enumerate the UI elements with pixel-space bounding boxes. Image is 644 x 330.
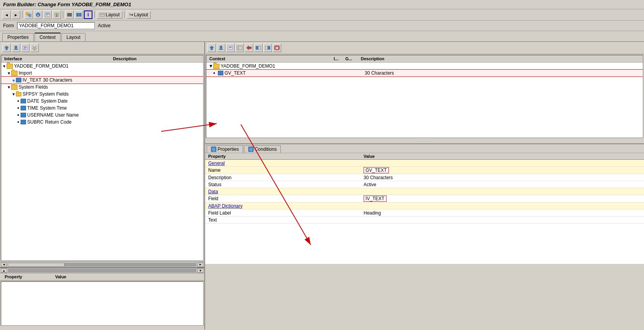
sep1 <box>22 11 23 18</box>
ctx-bullet-gv: • <box>213 70 218 76</box>
ctx-header-context: Context <box>208 56 332 61</box>
left-tb-1[interactable] <box>2 44 11 52</box>
properties-table: Property Value General Name <box>205 153 644 264</box>
toolbar-icon-4[interactable] <box>52 10 61 19</box>
field-icon-username <box>21 113 26 117</box>
props-tab-icon: Q <box>211 147 216 152</box>
tree-row-sfpsy[interactable]: ▼ SFPSY System Fields <box>1 91 203 98</box>
tree-content[interactable]: ▼ YADOBE_FORM_DEMO1 ▼ Import <box>1 63 203 258</box>
props-cell-status-value: Active <box>364 182 641 187</box>
tree-row-sysfields[interactable]: ▼ System Fields <box>1 84 203 91</box>
tab-properties[interactable]: Properties <box>2 33 34 41</box>
tree-row-time[interactable]: • TIME System Time <box>1 105 203 112</box>
props-table-header: Property Value <box>205 153 644 160</box>
scroll-up[interactable]: ▲ <box>1 268 7 273</box>
tab-context[interactable]: Context <box>35 33 61 41</box>
bullet-iv-text: ■ <box>11 78 16 82</box>
tree-row-import[interactable]: ▼ Import <box>1 70 203 77</box>
bottom-left-header: Property Value <box>0 273 204 281</box>
left-scroll[interactable]: ◄ ► <box>0 262 204 267</box>
sep4 <box>124 11 125 18</box>
left-tb-2[interactable] <box>12 44 20 52</box>
tree-row-subrc[interactable]: • SUBRC Return Code <box>1 119 203 126</box>
form-value[interactable]: YADOBE_FORM_DEMO1 <box>17 22 95 29</box>
cond-tab-icon: Q <box>248 147 254 152</box>
ctx-row-root[interactable]: ▼ YADOBE_FORM_DEMO1 <box>206 63 643 70</box>
interface-tree: Interface Description ▼ YADOBE_FORM_DEMO… <box>1 55 204 261</box>
form-status: Active <box>98 23 111 28</box>
right-tb-8[interactable] <box>273 44 281 52</box>
folder-icon-root <box>7 64 13 69</box>
props-cell-fieldlabel-value: Heading <box>364 210 641 216</box>
props-cell-status-label: Status <box>208 182 364 187</box>
tree-label-import: Import <box>19 70 32 76</box>
toolbar-icon-3[interactable] <box>43 10 52 19</box>
ctx-header-description: Description <box>359 56 641 61</box>
scroll-right[interactable]: ► <box>197 262 204 267</box>
ctx-row-gv-text[interactable]: • GV_TEXT 30 Characters <box>206 70 643 77</box>
right-tb-4[interactable] <box>235 44 244 52</box>
tree-header: Interface Description <box>1 55 203 63</box>
tab-properties-bottom[interactable]: Q Properties <box>207 145 243 153</box>
expand-sysfields[interactable]: ▼ <box>7 85 11 89</box>
left-tb-4[interactable] <box>30 44 39 52</box>
layout-btn-1[interactable]: Layout <box>97 11 122 19</box>
props-cell-name-label: Name <box>208 168 364 173</box>
ctx-cell-gv-desc: 30 Characters <box>363 70 643 76</box>
svg-rect-27 <box>265 46 267 49</box>
scroll-down[interactable]: ▼ <box>197 268 204 273</box>
info-btn[interactable]: i <box>84 10 92 19</box>
toolbar-icon-5[interactable] <box>65 10 74 19</box>
toolbar-icon-2[interactable]: A <box>34 10 42 19</box>
toolbar-icon-6[interactable] <box>75 10 83 19</box>
right-tb-7[interactable] <box>263 44 272 52</box>
svg-rect-17 <box>23 46 28 49</box>
general-link[interactable]: General <box>208 161 225 166</box>
left-tb-3[interactable] <box>21 44 30 52</box>
scrollbar-track[interactable] <box>8 263 197 267</box>
right-tb-1[interactable] <box>207 44 216 52</box>
right-tb-3[interactable] <box>226 44 235 52</box>
back-btn[interactable]: ◄ <box>2 10 11 19</box>
data-link[interactable]: Data <box>208 189 218 194</box>
tree-row-root[interactable]: ▼ YADOBE_FORM_DEMO1 <box>1 63 203 70</box>
props-cell-desc-label: Description <box>208 175 364 180</box>
right-tb-6[interactable] <box>254 44 263 52</box>
ctx-field-icon-gv <box>218 71 223 75</box>
expand-sfpsy[interactable]: ▼ <box>11 92 16 96</box>
props-cell-general: General <box>208 161 364 166</box>
right-tb-5[interactable] <box>245 44 253 52</box>
tree-label-username: USERNAME <box>27 112 54 118</box>
svg-rect-23 <box>237 46 242 50</box>
main-tabs: Properties Context Layout <box>0 31 644 42</box>
bullet-time: • <box>16 105 21 111</box>
svg-rect-5 <box>45 13 50 17</box>
props-row-name: Name GV_TEXT <box>205 167 644 174</box>
tab-conditions-bottom[interactable]: Q Conditions <box>244 145 281 153</box>
svg-text:A: A <box>37 14 39 17</box>
tree-row-iv-text[interactable]: ■ IV_TEXT 30 Characters <box>1 77 203 84</box>
prop-header-property: Property <box>2 274 52 279</box>
field-icon-date <box>21 99 26 103</box>
right-panel: Context I... G... Description ▼ YADOBE_F… <box>205 42 644 329</box>
scroll-left[interactable]: ◄ <box>1 262 7 267</box>
expand-root[interactable]: ▼ <box>2 64 7 68</box>
layout-btn-2[interactable]: ↪ Layout <box>127 11 151 19</box>
props-cell-text-label: Text <box>208 217 364 223</box>
left-vscroll[interactable]: ▲ ▼ <box>0 268 204 273</box>
expand-import[interactable]: ▼ <box>7 71 11 75</box>
context-tree: Context I... G... Description ▼ YADOBE_F… <box>206 55 643 138</box>
tree-row-date[interactable]: • DATE System Date <box>1 98 203 105</box>
svg-rect-25 <box>256 46 258 49</box>
ctx-cell-gv-text-label: • GV_TEXT <box>212 70 336 76</box>
vscrollbar-track[interactable] <box>8 269 197 272</box>
tab-layout[interactable]: Layout <box>61 33 85 41</box>
right-tb-2[interactable] <box>217 44 225 52</box>
tree-row-username[interactable]: • USERNAME User Name <box>1 112 203 119</box>
scrollbar-thumb[interactable] <box>8 263 64 267</box>
abap-link[interactable]: ABAP Dictionary <box>208 203 242 209</box>
toolbar-icon-1[interactable] <box>24 10 33 19</box>
tree-label-time: TIME <box>27 105 38 111</box>
props-row-field: Field IV_TEXT <box>205 195 644 203</box>
forward-btn[interactable]: ► <box>12 10 20 19</box>
